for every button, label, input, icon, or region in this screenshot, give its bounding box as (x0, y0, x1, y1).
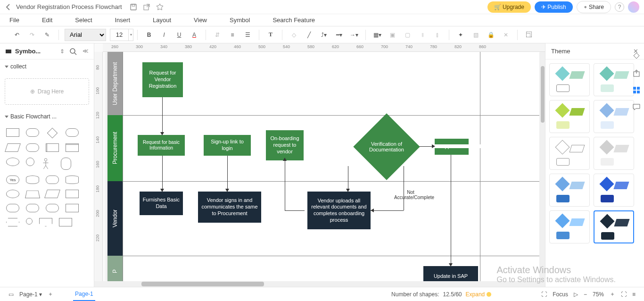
export-icon[interactable] (632, 69, 641, 77)
theme-tile-3[interactable] (549, 100, 590, 133)
page-dropdown[interactable]: Page-1 ▾ (19, 291, 42, 298)
section-basic-flowchart[interactable]: Basic Flowchart ... (0, 109, 94, 124)
theme-tile-5[interactable] (549, 137, 590, 170)
line-color-button[interactable]: ╱ (303, 29, 314, 41)
theme-tile-6[interactable] (594, 137, 634, 170)
shape-delay[interactable] (26, 204, 39, 212)
arrange-button[interactable]: ▦▾ (372, 29, 383, 41)
theme-grid-icon[interactable] (632, 86, 641, 94)
line-style-button[interactable]: ━▾ (333, 29, 345, 41)
node-furnishes-data[interactable]: Furnishes Basic Data (140, 192, 183, 215)
menu-layout[interactable]: Layout (153, 17, 171, 24)
shape-disk[interactable] (66, 176, 79, 184)
shape-predefined[interactable] (46, 143, 59, 152)
theme-tile-4[interactable] (594, 100, 634, 133)
theme-tile-10[interactable] (594, 210, 634, 243)
play-button[interactable]: ▷ (574, 291, 578, 298)
shape-diamond[interactable] (47, 128, 58, 139)
shape-doc[interactable] (66, 204, 79, 212)
shape-offpage[interactable] (39, 218, 52, 226)
save-icon[interactable] (130, 3, 137, 11)
menu-symbol[interactable]: Symbol (230, 17, 250, 24)
text-direction-button[interactable]: ⇵ (212, 29, 223, 41)
shape-card[interactable] (61, 158, 71, 170)
shape-yes[interactable]: Yes (6, 176, 19, 184)
canvas[interactable]: User Department Procurement Vendor P Req… (107, 52, 539, 281)
fill-icon[interactable] (632, 52, 641, 60)
share-button[interactable]: ∘ Share (577, 1, 611, 13)
page-list-icon[interactable]: ▭ (8, 291, 14, 298)
shape-tag[interactable] (59, 218, 72, 226)
shape-manual[interactable] (66, 190, 79, 198)
focus-button[interactable]: Focus (553, 291, 568, 298)
drag-here-zone[interactable]: ⊕ Drag Here (5, 78, 89, 105)
undo-button[interactable]: ↶ (11, 29, 23, 41)
menu-insert[interactable]: Insert (115, 17, 131, 24)
theme-tile-8[interactable] (594, 174, 634, 207)
theme-tile-9[interactable] (549, 210, 590, 243)
shape-storage[interactable] (46, 176, 59, 184)
node-vendor-uploads[interactable]: Vendor uploads all relevant documents an… (307, 192, 371, 229)
shape-display[interactable] (6, 204, 19, 212)
upgrade-button[interactable]: 🛒 Upgrade (487, 1, 531, 13)
fit-button[interactable]: ⛶ (541, 291, 547, 298)
theme-tile-7[interactable] (549, 174, 590, 207)
expand-button[interactable]: Expand (466, 291, 485, 298)
shape-oval2[interactable] (6, 190, 19, 198)
shape-ellipse[interactable] (6, 158, 19, 166)
crop-button[interactable]: ▧ (470, 29, 481, 41)
menu-edit[interactable]: Edit (42, 17, 52, 24)
node-signup-link[interactable]: Sign-up link to login (204, 135, 251, 156)
page-tab[interactable]: Page-1 (73, 288, 95, 301)
align-objects-button[interactable]: ⫴ (417, 29, 428, 41)
avatar[interactable] (628, 1, 639, 13)
vertical-scrollbar[interactable] (540, 52, 545, 281)
effects-button[interactable]: ✦ (455, 29, 466, 41)
shape-rectangle[interactable] (6, 128, 19, 137)
lane-sap[interactable]: P (107, 256, 123, 281)
node-request-registration[interactable]: Request for Vendor Registration (142, 62, 183, 97)
font-size-dropdown[interactable]: ▾ (129, 29, 133, 41)
text-tool-button[interactable]: T (265, 29, 276, 41)
menu-view[interactable]: View (194, 17, 207, 24)
underline-button[interactable]: U (173, 29, 185, 41)
bold-button[interactable]: B (143, 29, 155, 41)
font-size-input[interactable]: 12 (110, 29, 129, 41)
shape-parallelogram[interactable] (5, 143, 21, 152)
shape-loop[interactable] (46, 204, 59, 212)
theme-tile-2[interactable] (594, 63, 634, 96)
menu-select[interactable]: Select (75, 17, 92, 24)
node-onboarding-request[interactable]: On-boarding request to vendor (266, 130, 304, 160)
ungroup-button[interactable]: ▢ (402, 29, 413, 41)
node-request-basic-info[interactable]: Request for basic Information (138, 135, 185, 156)
theme-tile-1[interactable] (549, 63, 590, 96)
font-select[interactable]: Arial (65, 29, 106, 41)
back-icon[interactable] (5, 3, 12, 11)
help-button[interactable]: ? (615, 2, 624, 12)
publish-button[interactable]: ✈ Publish (535, 1, 573, 13)
lock-button[interactable]: 🔒 (485, 29, 496, 41)
collapse-panel-icon[interactable]: ≪ (82, 48, 89, 55)
lane-vendor[interactable]: Vendor (107, 181, 123, 256)
shape-circle[interactable] (26, 158, 34, 166)
node-verification[interactable]: Verification of Documentation (354, 127, 420, 166)
line-spacing-button[interactable]: ☰ (242, 29, 253, 41)
group-button[interactable]: ▣ (387, 29, 398, 41)
shape-rounded[interactable] (26, 128, 39, 137)
shape-trap[interactable] (25, 191, 40, 199)
search-icon[interactable] (69, 48, 77, 55)
expand-symbols-icon[interactable]: ⇕ (60, 48, 65, 55)
lane-procurement[interactable]: Procurement (107, 115, 123, 181)
align-button[interactable]: ≡ (227, 29, 238, 41)
menu-search-feature[interactable]: Search Feature (272, 17, 315, 24)
shape-actor[interactable] (41, 158, 54, 170)
add-page-button[interactable]: ＋ (48, 290, 53, 298)
font-color-button[interactable]: A (189, 29, 200, 41)
comment-icon[interactable] (632, 103, 641, 111)
open-external-icon[interactable] (143, 3, 150, 11)
shape-terminator[interactable] (66, 128, 79, 137)
shape-hex[interactable] (6, 218, 19, 226)
redo-button[interactable]: ↷ (26, 29, 38, 41)
star-icon[interactable] (156, 3, 164, 11)
zoom-value[interactable]: 75% (593, 291, 604, 298)
